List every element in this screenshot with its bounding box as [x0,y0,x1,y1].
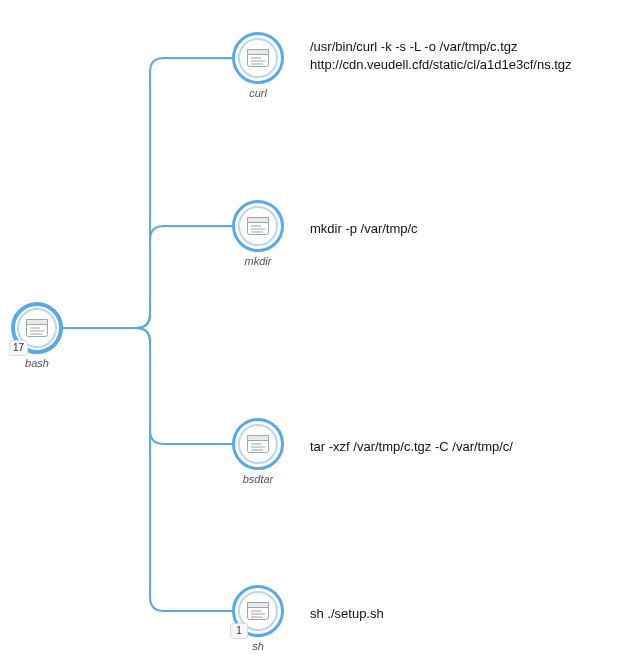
node-badge: 1 [230,623,248,639]
svg-rect-6 [248,50,269,55]
window-icon [247,435,269,453]
node-label: curl [249,87,267,99]
node-label: sh [252,640,264,652]
process-node-curl[interactable]: curl [232,32,284,84]
connector-lines [0,0,624,670]
window-icon [26,319,48,337]
window-icon [247,49,269,67]
process-node-sh[interactable]: 1 sh [232,585,284,637]
process-node-bash[interactable]: 17 bash [11,302,63,354]
node-label: mkdir [245,255,272,267]
process-node-mkdir[interactable]: mkdir [232,200,284,252]
process-node-bsdtar[interactable]: bsdtar [232,418,284,470]
node-label: bsdtar [243,473,274,485]
command-text: mkdir -p /var/tmp/c [310,220,418,238]
svg-rect-11 [248,218,269,223]
svg-rect-16 [248,436,269,441]
window-icon [247,602,269,620]
node-label: bash [25,357,49,369]
node-badge: 17 [9,340,28,356]
command-text: /usr/bin/curl -k -s -L -o /var/tmp/c.tgz… [310,38,572,73]
command-text: tar -xzf /var/tmp/c.tgz -C /var/tmp/c/ [310,438,513,456]
svg-rect-1 [27,320,48,325]
window-icon [247,217,269,235]
command-text: sh ./setup.sh [310,605,384,623]
svg-rect-21 [248,603,269,608]
